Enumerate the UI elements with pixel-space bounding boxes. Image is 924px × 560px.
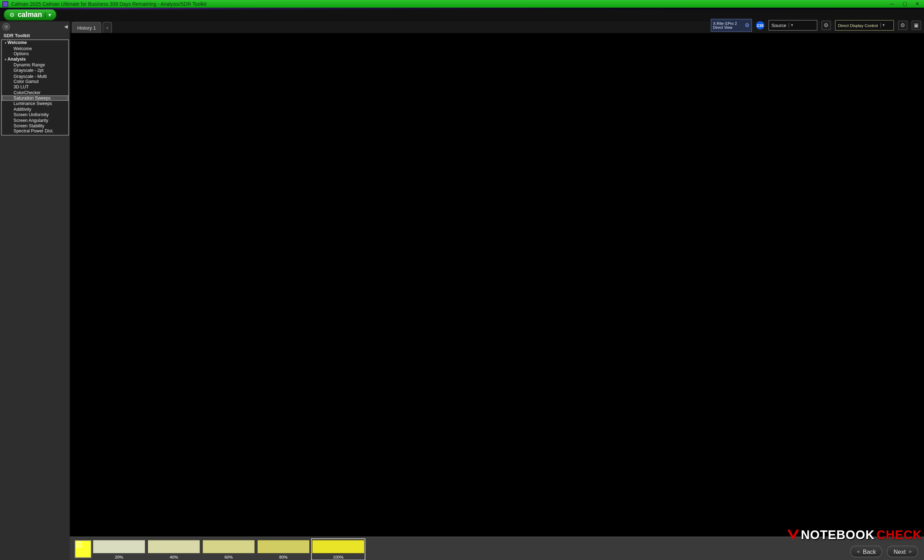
sidebar-item-3d-lut[interactable]: 3D LUT bbox=[2, 84, 68, 90]
swatch-label: 20% bbox=[115, 555, 123, 559]
sidebar-item-welcome[interactable]: Welcome bbox=[2, 45, 68, 51]
accent-strip bbox=[0, 7, 924, 9]
back-label: Back bbox=[863, 548, 876, 555]
sidebar-item-grayscale-2pt[interactable]: Grayscale - 2pt bbox=[2, 68, 68, 73]
close-button[interactable]: ✕ bbox=[915, 1, 919, 6]
sidebar-item-label: Screen Uniformity bbox=[14, 112, 49, 118]
logo-text: calman bbox=[18, 10, 42, 19]
calman-menu-button[interactable]: ⚙ calman ▾ bbox=[4, 9, 57, 21]
sidebar-item-label: Screen Stability bbox=[14, 123, 44, 129]
maximize-button[interactable]: ▢ bbox=[903, 1, 907, 6]
next-label: Next bbox=[894, 548, 906, 555]
sidebar-item-label: Color Gamut bbox=[14, 79, 39, 84]
nav-buttons: « Back Next » bbox=[850, 545, 918, 557]
sidebar-item-label: Welcome bbox=[14, 46, 32, 51]
watermark-text-2: CHECK bbox=[876, 528, 922, 542]
sidebar-item-label: Spectral Power Dist. bbox=[14, 129, 54, 134]
bottom-swatch-100[interactable]: 100% bbox=[312, 540, 364, 559]
main-content bbox=[70, 33, 924, 537]
sidebar-item-welcome[interactable]: ▾Welcome bbox=[2, 40, 68, 45]
sidebar-item-analysis[interactable]: ▾Analysis bbox=[2, 57, 68, 62]
bottom-swatch-60[interactable]: 60% bbox=[203, 540, 255, 559]
meter-button[interactable]: X-Rite i1Pro 2 Direct View ⚙ bbox=[711, 19, 752, 32]
gear-icon: ⚙ bbox=[9, 12, 15, 18]
meter-line1: X-Rite i1Pro 2 bbox=[713, 21, 737, 25]
back-arrow-icon: « bbox=[857, 548, 860, 554]
sidebar-item-label: Grayscale - Multi bbox=[14, 73, 47, 79]
swatch-color bbox=[257, 540, 310, 554]
sidebar-item-saturation-sweeps[interactable]: Saturation Sweeps bbox=[2, 95, 68, 101]
swatch-label: 60% bbox=[225, 555, 233, 559]
sidebar-item-additivity[interactable]: Additivity bbox=[2, 106, 68, 112]
window-controls: — ▢ ✕ bbox=[890, 1, 924, 6]
sidebar-item-label: Additivity bbox=[14, 106, 32, 112]
swatch-label: 80% bbox=[279, 555, 288, 559]
display-settings-gear-icon[interactable]: ⚙ bbox=[898, 21, 908, 30]
next-arrow-icon: » bbox=[909, 548, 912, 554]
sidebar-item-label: Options bbox=[14, 51, 29, 57]
gear-icon: ⚙ bbox=[745, 22, 750, 28]
sidebar-item-label: Analysis bbox=[8, 57, 26, 62]
sidebar-item-label: Grayscale - 2pt bbox=[14, 68, 44, 73]
sidebar-item-label: ColorChecker bbox=[14, 90, 41, 95]
sidebar-item-label: 3D LUT bbox=[14, 84, 29, 90]
swatch-color bbox=[202, 540, 255, 554]
titlebar: Calman 2025 Calman Ultimate for Business… bbox=[0, 0, 924, 7]
back-button[interactable]: « Back bbox=[850, 545, 882, 557]
sidebar-collapse-icon[interactable]: ◀ bbox=[64, 24, 68, 30]
sidebar-item-screen-uniformity[interactable]: Screen Uniformity bbox=[2, 112, 68, 117]
source-settings-gear-icon[interactable]: ⚙ bbox=[822, 21, 831, 30]
tab-history-1[interactable]: History 1 bbox=[72, 22, 101, 33]
watermark-text-1: NOTEBOOK bbox=[801, 528, 875, 542]
sidebar-item-color-gamut[interactable]: Color Gamut bbox=[2, 79, 68, 84]
bottom-swatch-strip: 20%40%60%80%100% bbox=[93, 540, 364, 559]
sidebar-item-screen-angularity[interactable]: Screen Angularity bbox=[2, 118, 68, 123]
swatch-label: 40% bbox=[170, 555, 178, 559]
display-control-dropdown-value: Direct Display Control bbox=[838, 23, 878, 27]
sidebar-tree: ▾WelcomeWelcomeOptions▾AnalysisDynamic R… bbox=[1, 39, 69, 135]
screen: Calman 2025 Calman Ultimate for Business… bbox=[0, 0, 924, 560]
workflow-controls: X-Rite i1Pro 2 Direct View ⚙ 235 Source … bbox=[711, 19, 921, 32]
bottom-swatch-40[interactable]: 40% bbox=[148, 540, 200, 559]
next-button[interactable]: Next » bbox=[887, 545, 918, 557]
current-color-chip bbox=[75, 540, 92, 558]
display-icon[interactable]: ▣ bbox=[912, 21, 921, 30]
sidebar-item-spectral-power-dist[interactable]: Spectral Power Dist. bbox=[2, 129, 68, 134]
sidebar-item-label: Screen Angularity bbox=[14, 118, 48, 123]
source-dropdown[interactable]: Source ▾ bbox=[768, 20, 818, 31]
app-icon bbox=[3, 1, 8, 6]
sidebar-item-label: Luminance Sweeps bbox=[14, 101, 52, 106]
bottom-swatch-80[interactable]: 80% bbox=[257, 540, 309, 559]
swatch-label: 100% bbox=[333, 555, 344, 559]
sidebar-item-grayscale-multi[interactable]: Grayscale - Multi bbox=[2, 73, 68, 79]
display-control-dropdown[interactable]: Direct Display Control ▾ bbox=[835, 20, 894, 31]
sidebar-item-screen-stability[interactable]: Screen Stability bbox=[2, 123, 68, 129]
sidebar: ◎ ◀ SDR Toolkit ▾WelcomeWelcomeOptions▾A… bbox=[0, 21, 70, 560]
notebookcheck-logo-icon bbox=[787, 530, 799, 540]
sidebar-item-colorchecker[interactable]: ColorChecker bbox=[2, 90, 68, 95]
meter-line2: Direct View bbox=[713, 25, 737, 30]
meter-label: X-Rite i1Pro 2 Direct View bbox=[713, 21, 737, 30]
sidebar-options-icon[interactable]: ◎ bbox=[3, 23, 10, 31]
chevron-down-icon: ▾ bbox=[45, 12, 51, 17]
chevron-down-icon: ▾ bbox=[880, 23, 885, 28]
sidebar-item-options[interactable]: Options bbox=[2, 51, 68, 57]
chip-marker bbox=[76, 542, 82, 547]
meter-count-badge: 235 bbox=[756, 21, 765, 30]
swatch-color bbox=[312, 540, 365, 554]
swatch-color bbox=[92, 540, 146, 554]
window-title: Calman 2025 Calman Ultimate for Business… bbox=[11, 1, 207, 6]
sidebar-item-dynamic-range[interactable]: Dynamic Range bbox=[2, 62, 68, 67]
chevron-down-icon: ▾ bbox=[789, 23, 793, 28]
minimize-button[interactable]: — bbox=[890, 1, 894, 6]
sidebar-title: SDR Toolkit bbox=[4, 33, 30, 38]
sidebar-item-label: Dynamic Range bbox=[14, 63, 45, 68]
add-tab-button[interactable]: + bbox=[102, 22, 112, 33]
sidebar-item-label: Saturation Sweeps bbox=[14, 96, 51, 101]
sidebar-item-luminance-sweeps[interactable]: Luminance Sweeps bbox=[2, 101, 68, 106]
expander-icon: ▾ bbox=[5, 41, 6, 45]
bottom-swatch-20[interactable]: 20% bbox=[93, 540, 145, 559]
sidebar-item-label: Welcome bbox=[8, 40, 27, 45]
notebookcheck-watermark: NOTEBOOK CHECK bbox=[787, 528, 922, 542]
expander-icon: ▾ bbox=[5, 58, 6, 61]
